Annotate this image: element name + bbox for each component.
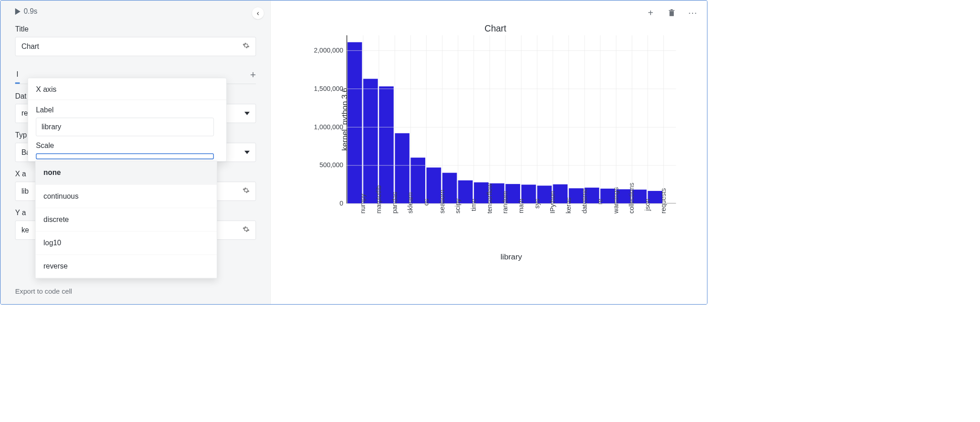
gridline-v	[411, 35, 411, 203]
gridline-v	[490, 35, 490, 203]
scale-option-log10[interactable]: log10	[36, 232, 217, 255]
title-label: Title	[15, 25, 256, 34]
chart: Chart kernel_python 3.6 numpymatplotlibp…	[274, 4, 704, 301]
gear-icon[interactable]	[242, 42, 250, 51]
notebook-cell: 0.9s ‹ Title Chart I + Dat re Typ Ba X a	[0, 0, 708, 305]
gridline-h	[347, 89, 676, 89]
gridline-v	[506, 35, 506, 203]
bar	[363, 79, 378, 204]
bar-container	[347, 35, 676, 203]
chart-title: Chart	[307, 24, 684, 34]
gridline-v	[616, 35, 616, 203]
gridline-v	[458, 35, 459, 203]
gridline-v	[363, 35, 364, 203]
tab-item[interactable]: I	[15, 66, 20, 84]
gridline-h	[347, 165, 676, 166]
scale-option-continuous[interactable]: continuous	[36, 185, 217, 208]
label-value: library	[42, 123, 61, 132]
gridline-v	[584, 35, 585, 203]
run-status: 0.9s	[15, 7, 256, 16]
plot-area: kernel_python 3.6 numpymatplotlibpandass…	[347, 35, 676, 203]
gridline-v	[442, 35, 443, 203]
gridline-v	[632, 35, 632, 203]
chevron-down-icon	[245, 112, 250, 115]
ytick-label: 2,000,000	[314, 47, 343, 54]
scale-option-none[interactable]: none	[36, 161, 217, 185]
gridline-v	[395, 35, 395, 203]
label-field-label: Label	[36, 106, 219, 115]
ytick-label: 1,500,000	[314, 85, 343, 93]
chart-panel: + ⋯ Chart kernel_python 3.6 numpymatplot…	[271, 0, 707, 304]
scale-field-label: Scale	[36, 142, 219, 150]
chevron-down-icon	[245, 151, 250, 154]
scale-select[interactable]	[36, 153, 214, 159]
gridline-h	[347, 203, 676, 204]
gridline-v	[521, 35, 521, 203]
title-input[interactable]: Chart	[15, 37, 256, 56]
yaxis-value: ke	[21, 226, 29, 235]
collapse-button[interactable]: ‹	[252, 7, 264, 19]
gridline-v	[474, 35, 474, 203]
gridline-v	[537, 35, 537, 203]
xaxis-value: lib	[21, 187, 29, 195]
gridline-v	[553, 35, 553, 203]
gridline-h	[347, 127, 676, 127]
label-input[interactable]: library	[36, 118, 214, 136]
x-axis-label: library	[500, 252, 522, 261]
gear-icon[interactable]	[242, 226, 250, 235]
ytick-label: 0	[339, 200, 343, 207]
dataset-value: re	[21, 109, 28, 118]
scale-option-reverse[interactable]: reverse	[36, 255, 217, 278]
gridline-v	[600, 35, 600, 203]
gridline-v	[379, 35, 379, 203]
gridline-v	[663, 35, 664, 203]
bar	[347, 42, 362, 203]
config-panel: 0.9s ‹ Title Chart I + Dat re Typ Ba X a	[0, 0, 271, 304]
gridline-v	[647, 35, 648, 203]
gear-icon[interactable]	[242, 187, 250, 196]
ytick-label: 1,000,000	[314, 123, 343, 131]
run-icon[interactable]	[15, 8, 21, 15]
gridline-h	[347, 51, 676, 51]
popover-title: X axis	[28, 78, 226, 100]
scale-option-discrete[interactable]: discrete	[36, 208, 217, 232]
gridline-v	[426, 35, 427, 203]
ytick-label: 500,000	[319, 161, 343, 169]
scale-dropdown: none continuous discrete log10 reverse	[35, 161, 217, 278]
export-link[interactable]: Export to code cell	[15, 288, 72, 295]
xaxis-config-popover: X axis Label library Scale	[28, 78, 227, 161]
title-value: Chart	[21, 42, 39, 51]
add-tab-button[interactable]: +	[250, 69, 256, 81]
xtick-row: numpymatplotlibpandassklearnosseabornsci…	[347, 203, 676, 211]
chevron-left-icon: ‹	[257, 9, 259, 17]
gridline-v	[568, 35, 569, 203]
gridline-v	[347, 35, 348, 203]
exec-time: 0.9s	[24, 7, 37, 16]
